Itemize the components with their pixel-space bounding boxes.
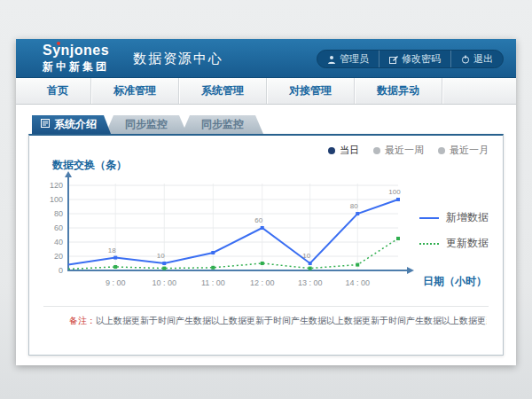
app-header: Synjones 新中新集团 数据资源中心 管理员 修改密码 (16, 39, 516, 78)
nav-item-data-change[interactable]: 数据异动 (355, 78, 442, 104)
user-menu-label: 修改密码 (402, 52, 441, 66)
x-axis-title: 日期（小时） (423, 274, 487, 289)
svg-text:100: 100 (50, 195, 63, 204)
nav-item-standards[interactable]: 标准管理 (91, 78, 179, 104)
footer-note: 备注：以上数据更新于时间产生数据以上数据更新于时间产生数据以上数据更新于时间产生… (69, 315, 487, 327)
legend-item-new-data: 新增数据 (419, 210, 489, 225)
legend-label: 新增数据 (446, 210, 489, 225)
svg-text:100: 100 (388, 188, 401, 196)
svg-text:20: 20 (54, 252, 63, 261)
svg-text:0: 0 (59, 266, 63, 275)
user-menu-label: 退出 (473, 52, 493, 66)
logo-text: Synjones (43, 43, 109, 59)
radio-unselected-icon (373, 147, 380, 154)
user-menu-logout[interactable]: 退出 (450, 51, 503, 67)
tab-sync-monitor-2[interactable]: 同步监控 (182, 115, 263, 134)
page-title: 数据资源中心 (133, 51, 223, 67)
svg-text:11 : 00: 11 : 00 (201, 278, 225, 287)
svg-text:80: 80 (54, 209, 63, 218)
tab-system-intro[interactable]: 系统介绍 (32, 115, 111, 134)
svg-text:12 : 00: 12 : 00 (250, 278, 275, 287)
dotted-line-icon (419, 243, 439, 245)
legend-label: 更新数据 (446, 236, 489, 251)
nav-item-interface[interactable]: 对接管理 (267, 78, 355, 104)
svg-text:60: 60 (54, 223, 63, 232)
logo-subtext: 新中新集团 (43, 59, 109, 74)
radio-label: 最近一月 (450, 144, 489, 157)
radio-selected-icon (328, 147, 335, 154)
svg-text:10: 10 (157, 252, 165, 260)
time-range-filter: 当日 最近一周 最近一月 (328, 144, 489, 157)
edit-icon (389, 55, 398, 64)
app-window: Synjones 新中新集团 数据资源中心 管理员 修改密码 (16, 39, 516, 365)
company-logo: Synjones 新中新集团 (43, 43, 109, 74)
chart-legend: 新增数据 更新数据 (419, 210, 489, 262)
svg-text:80: 80 (350, 202, 358, 210)
page: Synjones 新中新集团 数据资源中心 管理员 修改密码 (0, 0, 532, 399)
radio-label: 最近一周 (385, 144, 424, 157)
radio-label: 当日 (340, 144, 359, 157)
tab-bar: 系统介绍 同步监控 同步监控 (32, 115, 504, 134)
legend-item-updated-data: 更新数据 (419, 236, 489, 251)
note-label: 备注： (69, 316, 96, 325)
svg-text:10 : 00: 10 : 00 (152, 278, 176, 287)
svg-text:13 : 00: 13 : 00 (298, 278, 323, 287)
document-icon (41, 115, 50, 134)
tab-label: 系统介绍 (54, 115, 97, 134)
nav-item-system[interactable]: 系统管理 (179, 78, 267, 104)
svg-text:9 : 00: 9 : 00 (106, 278, 126, 287)
solid-line-icon (419, 217, 439, 219)
nav-item-home[interactable]: 首页 (25, 78, 91, 104)
svg-text:14 : 00: 14 : 00 (345, 278, 370, 287)
tab-sync-monitor-1[interactable]: 同步监控 (106, 115, 187, 134)
logo-accent-dot (57, 42, 60, 45)
svg-text:60: 60 (254, 216, 262, 224)
panel-divider (43, 306, 489, 307)
note-text: 以上数据更新于时间产生数据以上数据更新于时间产生数据以上数据更新于时间产生数据以… (96, 316, 487, 325)
user-menu: 管理员 修改密码 退出 (317, 50, 504, 68)
chart-panel: 当日 最近一周 最近一月 数据交换（条） 9 : 0010 : 0011 : 0… (28, 134, 504, 356)
user-menu-admin[interactable]: 管理员 (317, 51, 379, 67)
svg-text:40: 40 (54, 238, 63, 246)
user-icon (327, 55, 336, 64)
svg-text:120: 120 (50, 181, 63, 190)
radio-today[interactable]: 当日 (328, 144, 359, 157)
content-area: 系统介绍 同步监控 同步监控 当日 最近一周 (16, 105, 516, 356)
main-nav: 首页 标准管理 系统管理 对接管理 数据异动 (16, 78, 516, 105)
svg-text:18: 18 (108, 246, 116, 254)
user-menu-change-password[interactable]: 修改密码 (379, 51, 450, 67)
logout-icon (461, 55, 470, 64)
radio-unselected-icon (438, 147, 445, 154)
user-menu-label: 管理员 (340, 52, 369, 66)
svg-text:10: 10 (302, 252, 310, 260)
radio-last-month[interactable]: 最近一月 (438, 144, 489, 157)
radio-last-week[interactable]: 最近一周 (373, 144, 424, 157)
